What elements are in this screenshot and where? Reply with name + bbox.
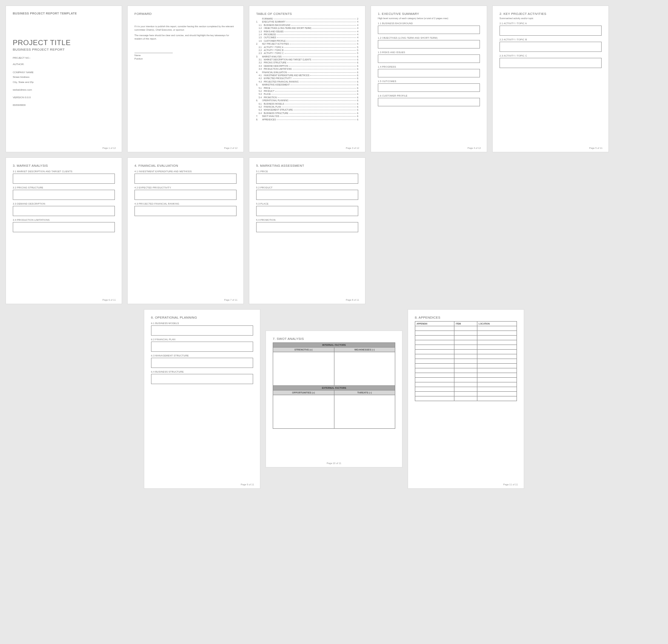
- table-cell: [477, 368, 517, 373]
- toc-num: 2.: [256, 43, 262, 45]
- toc-page: 6: [357, 58, 358, 61]
- page-footer: Page 1 of 12: [103, 147, 116, 149]
- input-box: [151, 342, 253, 352]
- table-row: [415, 326, 517, 331]
- toc-num: 5.2: [256, 90, 264, 92]
- input-box: [256, 206, 358, 216]
- table-row: [415, 345, 517, 350]
- table-row: [415, 387, 517, 392]
- toc-page: 4: [357, 40, 358, 42]
- sub-section: 1.3 RISKS AND ISSUES: [378, 51, 480, 63]
- sub-title: 5.3 PLACE: [256, 202, 358, 205]
- sub-title: 1.1 BUSINESS BACKGROUND: [378, 22, 480, 25]
- table-cell: [454, 354, 477, 359]
- toc-page: 6: [357, 112, 358, 114]
- table-cell: [415, 396, 454, 401]
- swot-opportunities: OPPORTUNITIES (+): [273, 390, 334, 395]
- toc-page: 6: [357, 103, 358, 105]
- project-meta: PROJECT NO.: AUTHOR: COMPANY NAME Street…: [13, 56, 115, 107]
- swot-table: INTERNAL FACTORS STRENGTHS (+) WEAKNESSE…: [273, 342, 395, 429]
- sub-section: 5.2 PRODUCT: [256, 186, 358, 200]
- toc-label: PRODUCTION LIMITATIONS: [264, 68, 292, 70]
- table-row: [415, 354, 517, 359]
- sub-title: 5.4 PROMOTION: [256, 219, 358, 221]
- toc-label: FINANCIAL PLAN: [264, 105, 281, 108]
- table-cell: [477, 392, 517, 396]
- author: AUTHOR:: [13, 62, 115, 67]
- toc-label: PLACE: [264, 93, 271, 95]
- toc-page: 6: [357, 71, 358, 74]
- table-cell: [477, 382, 517, 387]
- toc-label: PROMOTION: [264, 96, 277, 99]
- sub-title: 1.4 PROGRESS: [378, 66, 480, 68]
- toc-label: PRICE: [264, 87, 270, 89]
- toc-num: 6.2: [256, 105, 264, 108]
- project-subtitle: BUSINESS PROJECT REPORT: [13, 48, 115, 51]
- toc-row: 1.2OBJECTIVES (LONG-TERM AND SHORT-TERM)…: [256, 27, 358, 29]
- toc-num: 1.2: [256, 27, 264, 29]
- appendix-col: LOCATION: [477, 322, 517, 326]
- table-row: [415, 373, 517, 378]
- sub-title: 3.4 PRODUCTION LIMITATIONS: [13, 219, 115, 221]
- page-footer: Page 3 of 12: [346, 147, 359, 149]
- swot-strengths: STRENGTHS (+): [273, 348, 334, 352]
- sub-section: 6.4 BUSINESS STRUCTURE: [151, 370, 253, 384]
- input-box: [500, 42, 602, 52]
- street: Street Address: [13, 76, 115, 79]
- table-cell: [415, 378, 454, 382]
- toc-page: 6: [357, 74, 358, 77]
- toc-row: 1.1BUSINESS BACKGROUND4: [256, 24, 358, 26]
- toc-page: 5: [357, 46, 358, 48]
- forward-p1: If it is your intention to publish this …: [134, 25, 237, 31]
- toc-row: 5.2PRODUCT6: [256, 90, 358, 92]
- toc-row: 3.MARKET ANALYSIS6: [256, 55, 358, 58]
- toc-label: OUTCOMES: [264, 36, 276, 39]
- sub-section: 2.3 ACTIVITY / TOPIC C: [500, 54, 602, 68]
- toc-row: 6.4BUSINESS STRUCTURE6: [256, 112, 358, 114]
- sub-section: 1.6 CUSTOMER PROFILE: [378, 94, 480, 106]
- version: VERSION 0.0.0: [13, 96, 115, 100]
- toc-page: 4: [357, 24, 358, 26]
- input-box: [378, 69, 480, 77]
- toc-page: 4: [357, 27, 358, 29]
- template-label: BUSINESS PROJECT REPORT TEMPLATE: [13, 12, 115, 15]
- toc-page: 4: [357, 33, 358, 36]
- exec-heading: 1. EXECUTIVE SUMMARY: [378, 12, 480, 16]
- swot-heading: 7. SWOT ANALYSIS: [273, 337, 395, 341]
- toc-row: 6.OPERATIONAL PLANNING6: [256, 99, 358, 102]
- table-cell: [415, 359, 454, 364]
- toc-row: 4.2EXPECTED PRODUCTIVITY6: [256, 77, 358, 80]
- sub-section: 3.2 PRICING STRUCTURE: [13, 186, 115, 200]
- p5-note: Summarized activity and/or topic: [500, 17, 602, 20]
- toc-page: 6: [357, 118, 358, 121]
- page-10: 7. SWOT ANALYSIS INTERNAL FACTORS STRENG…: [266, 331, 402, 467]
- toc-label: APPENDICES: [262, 118, 276, 121]
- toc-body: FORWARD21.EXECUTIVE SUMMARY41.1BUSINESS …: [256, 17, 358, 121]
- page-grid: BUSINESS PROJECT REPORT TEMPLATE PROJECT…: [6, 6, 662, 488]
- table-cell: [454, 326, 477, 331]
- toc-label: PROJECTED FINANCIAL RANKING: [264, 80, 299, 83]
- p8-heading: 5. MARKETING ASSESSMENT: [256, 164, 358, 168]
- swot-weaknesses: WEAKNESSES (–): [334, 348, 395, 352]
- sub-section: 6.1 BUSINESS MODELS: [151, 322, 253, 336]
- toc-label: KEY PROJECT ACTIVITIES: [262, 43, 289, 45]
- sub-section: 4.2 EXPECTED PRODUCTIVITY: [134, 186, 237, 200]
- toc-num: 4.2: [256, 77, 264, 80]
- toc-page: 6: [357, 55, 358, 58]
- input-box: [13, 174, 115, 184]
- table-cell: [454, 331, 477, 336]
- table-cell: [454, 373, 477, 378]
- table-cell: [454, 340, 477, 345]
- input-box: [256, 190, 358, 200]
- toc-num: 3.3: [256, 65, 264, 67]
- toc-page: 4: [357, 20, 358, 23]
- toc-label: OBJECTIVES (LONG-TERM AND SHORT-TERM): [264, 27, 311, 29]
- sub-title: 4.3 PROJECTED FINANCIAL RANKING: [134, 202, 237, 205]
- sub-title: 1.3 RISKS AND ISSUES: [378, 51, 480, 54]
- toc-label: FORWARD: [262, 17, 273, 20]
- toc-page: 5: [357, 43, 358, 45]
- table-cell: [477, 336, 517, 340]
- toc-page: 6: [357, 115, 358, 117]
- toc-num: 4.1: [256, 74, 264, 77]
- toc-row: 2.1ACTIVITY / TOPIC A5: [256, 46, 358, 48]
